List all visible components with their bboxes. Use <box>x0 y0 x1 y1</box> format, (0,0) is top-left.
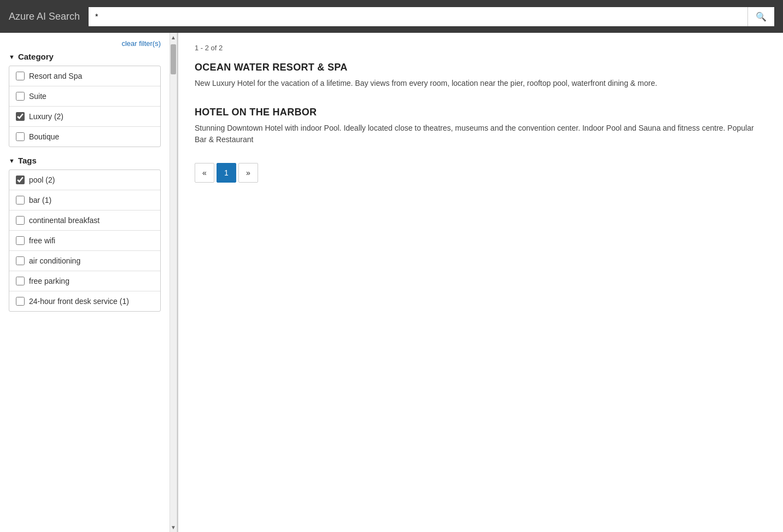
tag-pool-label: pool (2) <box>29 176 55 184</box>
prev-page-button[interactable]: « <box>195 163 214 183</box>
category-facet: ▼ Category Resort and Spa Suite Luxury (… <box>9 52 161 147</box>
result-title: HOTEL ON THE HARBOR <box>195 107 767 118</box>
category-boutique-label: Boutique <box>29 132 59 141</box>
scrollbar-track[interactable]: ▲ ▼ <box>170 33 177 532</box>
list-item[interactable]: bar (1) <box>9 190 160 211</box>
result-item: OCEAN WATER RESORT & SPA New Luxury Hote… <box>195 62 767 89</box>
tag-frontdesk-label: 24-hour front desk service (1) <box>29 297 129 306</box>
clear-filters-section: clear filter(s) <box>9 39 161 48</box>
list-item[interactable]: pool (2) <box>9 170 160 190</box>
tag-continental-label: continental breakfast <box>29 216 100 225</box>
category-luxury-checkbox[interactable] <box>16 112 25 121</box>
search-input[interactable] <box>89 7 747 26</box>
tag-bar-checkbox[interactable] <box>16 196 25 204</box>
tag-frontdesk-checkbox[interactable] <box>16 297 25 306</box>
result-count: 1 - 2 of 2 <box>195 44 767 52</box>
result-item: HOTEL ON THE HARBOR Stunning Downtown Ho… <box>195 107 767 145</box>
list-item[interactable]: Resort and Spa <box>9 66 160 86</box>
result-description: Stunning Downtown Hotel with indoor Pool… <box>195 122 767 145</box>
tags-label: Tags <box>18 156 37 165</box>
list-item[interactable]: free wifi <box>9 231 160 251</box>
tag-wifi-checkbox[interactable] <box>16 236 25 245</box>
category-resort-label: Resort and Spa <box>29 72 82 80</box>
sidebar: clear filter(s) ▼ Category Resort and Sp… <box>0 33 170 532</box>
list-item[interactable]: Suite <box>9 86 160 107</box>
scroll-up-arrow[interactable]: ▲ <box>170 33 177 42</box>
result-title: OCEAN WATER RESORT & SPA <box>195 62 767 73</box>
scroll-down-arrow[interactable]: ▼ <box>170 523 177 532</box>
list-item[interactable]: free parking <box>9 271 160 291</box>
tag-ac-label: air conditioning <box>29 256 80 265</box>
list-item[interactable]: continental breakfast <box>9 211 160 231</box>
next-page-button[interactable]: » <box>238 163 258 183</box>
category-label: Category <box>18 52 54 61</box>
tag-ac-checkbox[interactable] <box>16 256 25 265</box>
category-arrow-icon: ▼ <box>9 54 15 60</box>
tag-parking-label: free parking <box>29 277 69 285</box>
tag-bar-label: bar (1) <box>29 196 51 204</box>
category-boutique-checkbox[interactable] <box>16 132 25 141</box>
tags-facet: ▼ Tags pool (2) bar (1) continental brea… <box>9 156 161 312</box>
category-suite-label: Suite <box>29 92 46 101</box>
page-1-button[interactable]: 1 <box>217 163 236 183</box>
category-suite-checkbox[interactable] <box>16 92 25 101</box>
pagination: « 1 » <box>195 163 767 183</box>
list-item[interactable]: Boutique <box>9 127 160 147</box>
search-bar: 🔍 <box>89 7 774 26</box>
tag-parking-checkbox[interactable] <box>16 277 25 285</box>
category-header: ▼ Category <box>9 52 161 61</box>
tags-arrow-icon: ▼ <box>9 157 15 164</box>
result-description: New Luxury Hotel for the vacation of a l… <box>195 78 767 89</box>
content-area: 1 - 2 of 2 OCEAN WATER RESORT & SPA New … <box>178 33 783 532</box>
tag-pool-checkbox[interactable] <box>16 176 25 184</box>
tags-header: ▼ Tags <box>9 156 161 165</box>
category-luxury-label: Luxury (2) <box>29 112 63 121</box>
category-resort-checkbox[interactable] <box>16 72 25 80</box>
search-button[interactable]: 🔍 <box>747 7 774 26</box>
list-item[interactable]: Luxury (2) <box>9 107 160 127</box>
tags-list: pool (2) bar (1) continental breakfast f… <box>9 169 161 312</box>
app-title: Azure AI Search <box>9 11 80 22</box>
main-layout: clear filter(s) ▼ Category Resort and Sp… <box>0 33 783 532</box>
clear-filters-link[interactable]: clear filter(s) <box>121 39 161 48</box>
category-list: Resort and Spa Suite Luxury (2) Boutique <box>9 66 161 147</box>
list-item[interactable]: air conditioning <box>9 251 160 271</box>
header: Azure AI Search 🔍 <box>0 0 783 33</box>
tag-continental-checkbox[interactable] <box>16 216 25 225</box>
list-item[interactable]: 24-hour front desk service (1) <box>9 291 160 311</box>
scroll-thumb[interactable] <box>171 44 176 74</box>
tag-wifi-label: free wifi <box>29 236 55 245</box>
